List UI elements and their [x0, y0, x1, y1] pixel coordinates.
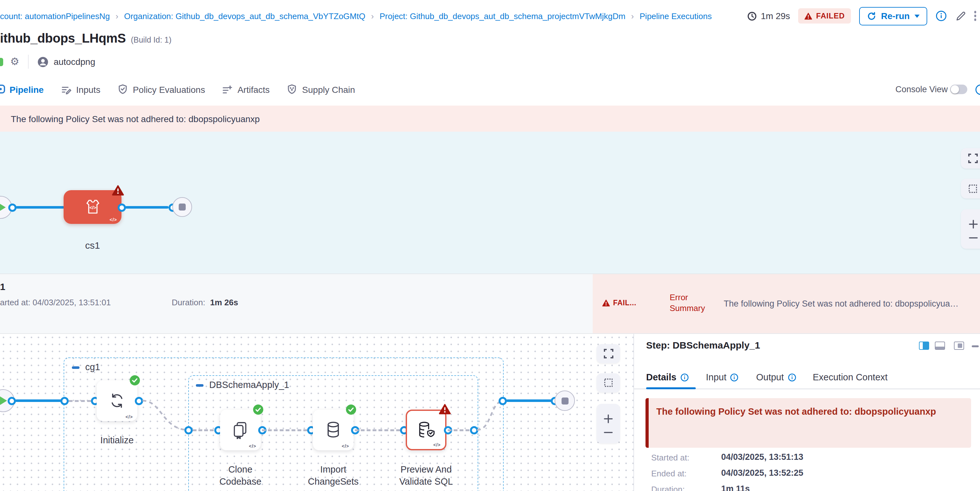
layout-right-panel-icon[interactable] [919, 342, 929, 350]
panel-tab-execution-context[interactable]: Execution Context [813, 372, 888, 382]
tab-supply-chain[interactable]: Supply Chain [287, 84, 355, 95]
console-view-label: Console View [896, 84, 948, 94]
play-icon [0, 396, 7, 406]
execution-canvas[interactable]: cg1 </> Initialize DBSchemaApply_1 [0, 334, 633, 491]
tab-inputs[interactable]: Inputs [61, 84, 100, 94]
divider [28, 55, 29, 69]
dashed-connector [193, 429, 214, 431]
zoom-out-button[interactable] [603, 431, 613, 434]
duration-label: Duration: [172, 298, 205, 307]
marquee-select-button[interactable] [961, 179, 980, 199]
success-check-badge [130, 375, 140, 385]
warning-triangle-icon [602, 299, 610, 306]
dashed-connector [262, 429, 307, 431]
zoom-in-button[interactable] [603, 414, 613, 423]
code-glyph: </> [433, 443, 441, 447]
breadcrumb-account[interactable]: count: automationPipelinesNg [0, 11, 110, 21]
zoom-controls [597, 404, 620, 443]
sync-icon [108, 392, 126, 410]
info-icon[interactable] [788, 373, 796, 381]
connector-line [16, 206, 64, 208]
tab-policy-evaluations[interactable]: Policy Evaluations [118, 84, 205, 95]
custom-stage-icon: </> [83, 197, 102, 216]
breadcrumb-organization[interactable]: Organization: Github_db_devops_aut_db_sc… [124, 11, 365, 21]
detail-label-ended: Ended at: [651, 469, 687, 478]
error-summary-message: The following Policy Set was not adhered… [724, 299, 978, 308]
breadcrumb-project[interactable]: Project: Github_db_devops_aut_db_schema_… [380, 11, 625, 21]
breadcrumb: count: automationPipelinesNg › Organizat… [0, 0, 712, 32]
panel-tab-output-label: Output [756, 372, 784, 382]
step-details-panel: Step: DBSchemaApply_1 Details Input Outp… [634, 334, 980, 491]
tab-pipeline[interactable]: Pipeline [10, 84, 44, 94]
collapse-icon[interactable] [196, 384, 204, 386]
step-import-changesets[interactable]: </> [313, 410, 353, 450]
console-view-toggle[interactable] [950, 84, 967, 94]
code-glyph: </> [110, 218, 117, 222]
step-group-dbschemaapply-header: DBSchemaApply_1 [196, 380, 290, 390]
info-icon[interactable] [975, 84, 980, 95]
fullscreen-button[interactable] [961, 148, 980, 168]
layout-floating-panel-icon[interactable] [954, 342, 964, 350]
stage-node-label: cs1 [64, 240, 121, 251]
step-panel-title: Step: DBSchemaApply_1 [646, 340, 760, 350]
pipeline-name: ithub_dbops_LHqmS [0, 31, 126, 46]
connector-port [8, 397, 16, 405]
gear-icon[interactable]: ⚙ [10, 57, 19, 67]
failed-warning-badge [112, 185, 124, 196]
panel-tab-details[interactable]: Details [646, 372, 689, 382]
kebab-menu-icon[interactable] [974, 10, 976, 22]
info-icon[interactable] [680, 373, 689, 381]
status-strip [0, 57, 3, 66]
pipeline-tab-icon [0, 84, 6, 94]
collapse-icon[interactable] [72, 366, 80, 369]
detail-label-duration: Duration: [651, 485, 685, 491]
rerun-label: Re-run [881, 11, 910, 21]
build-id: (Build Id: 1) [131, 36, 172, 44]
stop-icon [561, 397, 568, 404]
zoom-in-button[interactable] [968, 219, 978, 229]
breadcrumb-pipeline-executions[interactable]: Pipeline Executions [640, 11, 712, 21]
tab-bar: Pipeline Inputs Policy Evaluations Artif… [0, 73, 980, 106]
connector-port [60, 397, 68, 405]
edit-pencil-icon[interactable] [955, 11, 966, 21]
step-preview-validate-sql[interactable]: </> [406, 410, 446, 450]
tab-inputs-label: Inputs [76, 84, 100, 94]
step-clone-codebase[interactable]: </> [220, 410, 261, 450]
status-text: FAILED [816, 11, 845, 21]
info-icon[interactable] [730, 373, 739, 381]
stage-summary-bar: 1 arted at: 04/03/2025, 13:51:01 Duratio… [0, 273, 980, 334]
fullscreen-button[interactable] [597, 344, 620, 363]
connector-port [8, 203, 16, 211]
inputs-icon [61, 84, 71, 94]
database-icon [324, 420, 343, 440]
collapse-panel-icon[interactable] [972, 345, 979, 347]
connector-line [15, 399, 64, 402]
chevron-down-icon [914, 14, 919, 17]
top-bar: count: automationPipelinesNg › Organizat… [0, 0, 980, 32]
connector-port [184, 426, 192, 434]
panel-tab-output[interactable]: Output [756, 372, 796, 382]
tab-artifacts[interactable]: Artifacts [222, 84, 270, 94]
step-group-cg1-header: cg1 [72, 362, 100, 372]
step-error-message: The following Policy Set was not adhered… [649, 398, 971, 416]
connector-port [498, 397, 506, 405]
pipeline-canvas[interactable]: </> </> cs1 [0, 132, 980, 273]
warning-triangle-icon [805, 13, 813, 19]
success-check-badge [253, 405, 263, 415]
marquee-select-button[interactable] [597, 373, 620, 392]
layout-bottom-panel-icon[interactable] [935, 342, 945, 350]
panel-tab-input[interactable]: Input [706, 372, 739, 382]
step-initialize[interactable]: </> [97, 380, 137, 421]
step-label-import-changesets: Import ChangeSets [298, 464, 369, 488]
meta-row: ⚙ autocdpng [0, 53, 95, 71]
zoom-controls [961, 209, 980, 249]
breadcrumb-separator: › [115, 11, 118, 21]
play-icon [0, 202, 6, 213]
info-icon[interactable] [935, 10, 947, 22]
clock-icon [748, 11, 757, 21]
zoom-out-button[interactable] [968, 236, 978, 239]
error-summary-heading: Error Summary [670, 292, 708, 313]
rerun-button[interactable]: Re-run [859, 7, 927, 25]
fail-chip: FAIL... [602, 299, 636, 307]
status-badge: FAILED [799, 8, 851, 24]
